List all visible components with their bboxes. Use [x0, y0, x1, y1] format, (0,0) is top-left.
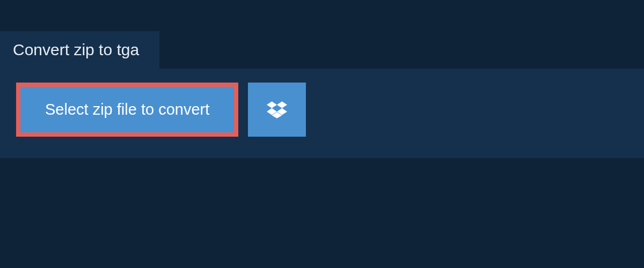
select-file-button[interactable]: Select zip file to convert	[20, 87, 234, 132]
dropbox-button[interactable]	[248, 83, 306, 137]
page-title-tab: Convert zip to tga	[0, 31, 159, 69]
dropbox-icon	[267, 100, 287, 120]
button-row: Select zip file to convert	[16, 83, 628, 137]
select-button-highlight: Select zip file to convert	[16, 83, 238, 137]
page-title: Convert zip to tga	[13, 41, 139, 58]
select-file-label: Select zip file to convert	[45, 101, 209, 118]
upload-panel: Select zip file to convert	[0, 69, 644, 158]
